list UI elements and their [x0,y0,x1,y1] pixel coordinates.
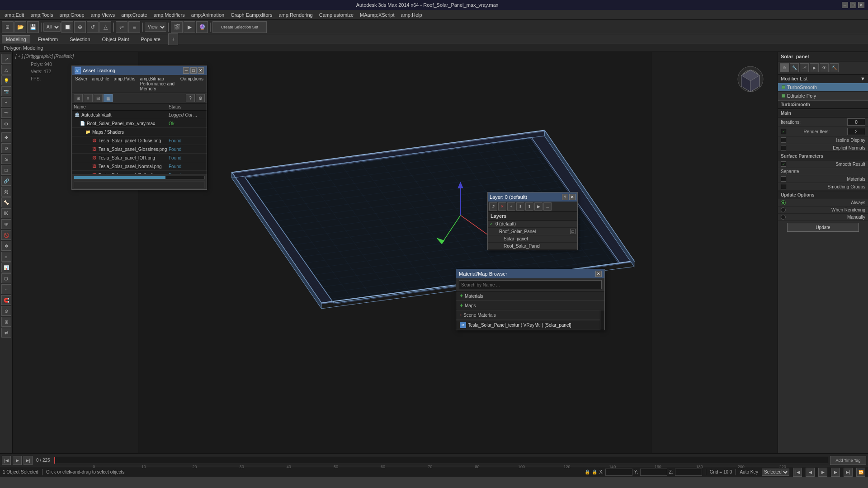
left-icon-lights[interactable]: 💡 [1,75,11,85]
toolbar-material-editor[interactable]: 🔮 [196,21,208,33]
ts-radio-always[interactable] [781,200,786,205]
at-row-ior[interactable]: 🖼 Tesla_Solar_panel_IOR.png Found [72,154,207,162]
at-row-maps[interactable]: 📁 Maps / Shaders [72,128,207,136]
left-icon-select2[interactable]: □ [1,165,11,175]
tl-prev-frame[interactable]: |◀ [2,456,11,465]
selected-dropdown[interactable]: Selected [762,469,789,476]
menu-maxscript[interactable]: MAamp;XScript [357,11,397,19]
menu-rendering[interactable]: amp;Rendering [276,11,315,19]
rp-icon-utility[interactable]: 🔨 [830,63,839,72]
menu-customize[interactable]: Camp;ustomize [316,11,356,19]
left-icon-snap[interactable]: 🧲 [1,295,11,305]
y-input[interactable] [640,469,667,476]
lp-btn-more[interactable]: … [543,202,552,211]
toolbar-render-setup[interactable]: 🎬 [171,21,183,33]
rp-icon-display[interactable]: 👁 [820,63,829,72]
rp-icon-hierarchy[interactable]: ⎇ [800,63,809,72]
lp-help[interactable]: ? [562,194,568,200]
left-icon-track[interactable]: 📊 [1,263,11,272]
create-selection-set-btn[interactable]: Create Selection Set [212,21,267,33]
left-icon-properties[interactable]: ≡ [1,252,11,262]
rp-icon-motion[interactable]: ▶ [810,63,819,72]
tl-add-time-tag[interactable]: Add Time Tag [830,456,866,465]
ts-render-iters-check[interactable] [781,129,786,134]
left-icon-helpers[interactable]: + [1,97,11,107]
lp-btn-refresh[interactable]: ↺ [489,202,497,211]
left-icon-pivot[interactable]: ⊙ [1,306,11,316]
menu-edit[interactable]: amp;Edit [2,11,27,19]
ts-smooth-groups-check[interactable] [781,184,786,189]
mmb-close[interactable]: ✕ [595,271,602,277]
at-btn-help[interactable]: ? [186,94,195,102]
at-row-diffuse[interactable]: 🖼 Tesla_Solar_panel_Diffuse.png Found [72,136,207,145]
left-icon-hide[interactable]: 🚫 [1,230,11,240]
lp-btn-up[interactable]: ⬆ [525,202,533,211]
toolbar-render[interactable]: ▶ [184,21,195,33]
toolbar-select[interactable]: 🔲 [61,21,73,33]
lp-row-roof-solar2[interactable]: ✓ Roof_Solar_Panel [488,243,577,250]
tab-modeling[interactable]: Modeling [2,35,30,43]
toolbar-mirror[interactable]: ⇌ [116,21,127,33]
at-menu-ver[interactable]: S&ver [74,76,89,92]
at-menu-file[interactable]: amp;File [90,76,110,92]
left-icon-ik[interactable]: IK [1,208,11,218]
menu-modifiers[interactable]: amp;Modifiers [151,11,188,19]
at-btn-list[interactable]: ≡ [84,94,93,102]
viewport[interactable]: [ + ] [Orthographic] [Realistic] Total P… [13,52,778,453]
lp-btn-delete[interactable]: ✕ [498,202,506,211]
tab-object-paint[interactable]: Object Paint [98,35,133,43]
ts-isoline-check[interactable] [781,137,786,143]
ts-render-iter-input[interactable] [847,128,865,135]
at-minimize[interactable]: ─ [183,67,189,74]
left-icon-rotate2[interactable]: ↺ [1,143,11,153]
tab-populate[interactable]: Populate [137,35,164,43]
mmb-cat-materials[interactable]: + Materials [456,291,604,301]
playback-play[interactable]: ▶ [818,468,827,477]
at-btn-opts[interactable]: ⚙ [196,94,205,102]
mmb-scrollbar[interactable] [600,310,604,330]
ts-radio-when-rendering[interactable] [781,207,786,212]
view-select[interactable]: View [145,23,166,32]
lp-row-default[interactable]: ✓ 0 (default) [488,221,577,228]
lp-btn-merge[interactable]: ⬇ [516,202,524,211]
menu-views[interactable]: amp;Views [88,11,118,19]
ts-smooth-check[interactable] [781,161,786,167]
timeline-track[interactable]: 0 10 20 30 40 50 60 70 80 100 120 140 16… [54,457,828,464]
mmb-cat-maps[interactable]: + Maps [456,301,604,310]
at-btn-table[interactable]: ▦ [104,94,113,102]
menu-group[interactable]: amp;Group [57,11,87,19]
maximize-button[interactable]: □ [850,2,856,8]
menu-tools[interactable]: amp;Tools [28,11,56,19]
left-icon-affect[interactable]: ↔ [1,284,11,294]
at-maximize[interactable]: □ [190,67,197,74]
toolbar-save[interactable]: 💾 [27,21,39,33]
at-close[interactable]: ✕ [198,67,204,74]
x-input[interactable] [605,469,632,476]
at-menu-options[interactable]: Oamp;tions [179,76,205,92]
at-menu-paths[interactable]: amp;Paths [113,76,137,92]
at-row-normal[interactable]: 🖼 Tesla_Solar_panel_Normal.png Found [72,162,207,171]
menu-create[interactable]: amp;Create [118,11,150,19]
lp-btn-add[interactable]: + [507,202,515,211]
at-btn-thumb[interactable]: ⊟ [94,94,103,102]
ts-update-button[interactable]: Update [787,223,859,232]
rp-icon-create[interactable]: ⊕ [780,63,789,72]
modifier-editpoly[interactable]: Editable Poly [778,92,868,100]
modifier-turbosm[interactable]: TurboSmooth [778,83,868,92]
tab-selection[interactable]: Selection [66,35,94,43]
left-icon-shapes[interactable]: △ [1,65,11,75]
left-icon-unlink[interactable]: ⛓ [1,187,11,197]
toolbar-scale[interactable]: △ [99,21,111,33]
toolbar-open[interactable]: 📂 [14,21,26,33]
playback-loop[interactable]: 🔁 [856,468,865,477]
mmb-cat-scene[interactable]: - Scene Materials [456,310,600,320]
tl-next-frame[interactable]: ▶| [24,456,33,465]
left-icon-systems[interactable]: ⚙ [1,119,11,129]
at-row-vault[interactable]: 🏦 Autodesk Vault Logged Out ... [72,111,207,119]
left-icon-freeze[interactable]: ❄ [1,241,11,251]
playback-next-frame[interactable]: ▶ [831,468,840,477]
close-button[interactable]: ✕ [858,2,864,8]
left-icon-bone[interactable]: 🦴 [1,197,11,207]
lp-btn-play[interactable]: ▶ [534,202,542,211]
left-icon-cameras[interactable]: 📷 [1,86,11,96]
